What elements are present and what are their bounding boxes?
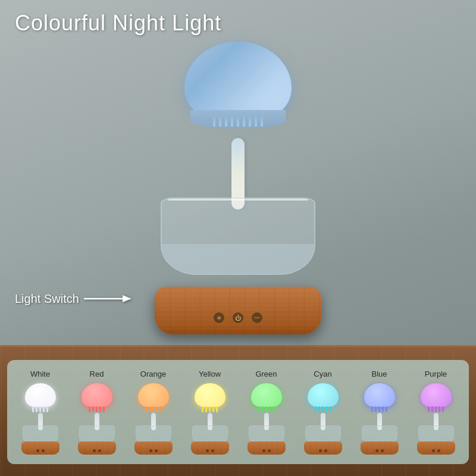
svg-marker-1 — [123, 295, 131, 302]
mini-cap-white — [25, 383, 56, 407]
color-item-purple[interactable]: Purple — [415, 369, 458, 455]
drip-8 — [255, 116, 257, 127]
drip-2 — [219, 116, 221, 127]
color-label-yellow: Yellow — [199, 369, 221, 378]
color-label-cyan: Cyan — [314, 369, 331, 378]
mini-cap-cyan — [308, 383, 339, 407]
mini-cap-red — [82, 383, 112, 407]
mini-drips-cyan — [315, 406, 331, 412]
mini-cap-yellow — [195, 383, 226, 407]
mini-humi-red — [76, 383, 118, 455]
color-label-red: Red — [90, 369, 104, 378]
mist-btn[interactable]: 〰 — [251, 312, 263, 324]
drip-5 — [237, 116, 239, 127]
mini-cap-orange — [138, 383, 169, 407]
page-title: Colourful Night Light — [15, 11, 221, 36]
wood-base: ✳ ⏻ 〰 — [155, 287, 321, 334]
mini-drips-white — [32, 406, 48, 412]
light-switch-label: Light Switch — [15, 292, 131, 306]
main-humidifier: ✳ ⏻ 〰 — [149, 42, 327, 334]
color-panel: White Red — [7, 360, 469, 464]
glass-bowl — [161, 198, 315, 293]
color-item-blue[interactable]: Blue — [358, 369, 401, 455]
mini-humi-white — [19, 383, 62, 455]
mini-humi-cyan — [302, 383, 345, 455]
mini-humi-yellow — [189, 383, 231, 455]
drip-7 — [249, 116, 251, 127]
mini-cap-blue — [364, 383, 395, 407]
color-item-white[interactable]: White — [19, 369, 62, 455]
glass-outer — [161, 198, 315, 275]
controls: ✳ ⏻ 〰 — [213, 312, 263, 324]
color-label-white: White — [30, 369, 50, 378]
color-label-green: Green — [255, 369, 277, 378]
mini-humi-blue — [358, 383, 401, 455]
wood-grain — [155, 287, 321, 334]
color-item-cyan[interactable]: Cyan — [302, 369, 345, 455]
mini-drips-green — [258, 406, 274, 412]
color-item-orange[interactable]: Orange — [132, 369, 175, 455]
light-switch-text: Light Switch — [15, 292, 79, 306]
color-label-orange: Orange — [140, 369, 166, 378]
mini-cap-purple — [421, 383, 452, 407]
mini-drips-blue — [371, 406, 387, 412]
mini-drips-purple — [428, 406, 444, 412]
mini-cap-green — [251, 383, 282, 407]
mini-drips-yellow — [202, 406, 218, 412]
mini-drips-orange — [145, 406, 161, 412]
drip-6 — [243, 116, 245, 127]
drips — [184, 116, 292, 127]
mushroom-cap — [184, 42, 292, 137]
color-item-red[interactable]: Red — [76, 369, 118, 455]
drip-9 — [261, 116, 263, 127]
cap-shape — [184, 42, 292, 119]
water-level — [162, 244, 314, 274]
color-label-purple: Purple — [425, 369, 447, 378]
main-container: Colourful Night Light — [0, 0, 476, 476]
light-btn[interactable]: ✳ — [213, 312, 225, 324]
drip-3 — [225, 116, 227, 127]
mini-drips-red — [89, 406, 105, 412]
power-btn[interactable]: ⏻ — [232, 312, 244, 324]
drip-4 — [231, 116, 233, 127]
drip-1 — [213, 116, 215, 127]
arrow-icon — [84, 292, 131, 306]
color-label-blue: Blue — [371, 369, 387, 378]
mini-humi-purple — [415, 383, 458, 455]
mini-humi-orange — [132, 383, 175, 455]
mini-humi-green — [245, 383, 288, 455]
color-item-yellow[interactable]: Yellow — [189, 369, 231, 455]
color-item-green[interactable]: Green — [245, 369, 288, 455]
